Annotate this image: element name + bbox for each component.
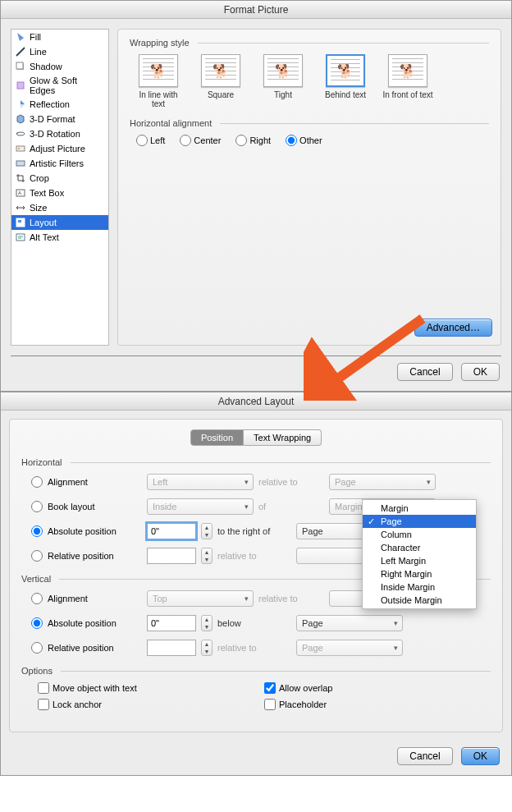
sidebar-item-size[interactable]: Size (11, 200, 108, 215)
options-section-label: Options (21, 666, 57, 676)
dropdown-item-column[interactable]: Column (363, 528, 476, 541)
v-absolute-rel-select[interactable]: Page (296, 615, 403, 631)
sidebar-label: Glow & Soft Edges (30, 76, 105, 95)
opt-placeholder[interactable] (264, 699, 276, 710)
wrap-square[interactable]: 🐕Square (195, 54, 246, 108)
h-absolute-stepper[interactable]: ▲▼ (201, 523, 213, 539)
svg-rect-5 (16, 146, 25, 151)
v-relative-radio[interactable] (31, 642, 43, 654)
v-absolute-input[interactable]: 0" (147, 615, 196, 631)
textbox-icon: A (15, 187, 26, 199)
dropdown-item-right-margin[interactable]: Right Margin (363, 567, 476, 580)
tab-text-wrapping[interactable]: Text Wrapping (244, 429, 322, 446)
sidebar-label: 3-D Rotation (30, 129, 80, 139)
h-alignment-select[interactable]: Left (147, 474, 254, 490)
h-relative-input[interactable] (147, 548, 196, 564)
align-center[interactable]: Center (180, 135, 221, 146)
cancel-button[interactable]: Cancel (397, 747, 452, 765)
relative-to-label: relative to (258, 477, 324, 487)
ok-button[interactable]: OK (461, 747, 500, 765)
dropdown-item-inside-margin[interactable]: Inside Margin (363, 580, 476, 594)
glow-icon (15, 80, 26, 91)
v-absolute-radio[interactable] (31, 617, 43, 629)
dropdown-item-outside-margin[interactable]: Outside Margin (363, 594, 476, 607)
v-relative-stepper[interactable]: ▲▼ (201, 640, 213, 656)
sidebar-label: Adjust Picture (30, 144, 85, 154)
v-relative-rel-select[interactable]: Page (296, 640, 403, 656)
sidebar-item-crop[interactable]: Crop (11, 171, 108, 186)
to-right-of-label: to the right of (217, 526, 291, 536)
align-other[interactable]: Other (286, 135, 322, 146)
sidebar-label: Shadow (30, 62, 62, 71)
shadow-icon (15, 61, 26, 72)
sidebar: Fill Line Shadow Glow & Soft Edges Refle… (11, 29, 109, 346)
v-alignment-label: Alignment (48, 594, 142, 603)
h-relative-stepper[interactable]: ▲▼ (201, 548, 213, 564)
wrap-label: Square (195, 90, 246, 99)
wrapping-label: Wrapping style (130, 38, 194, 48)
dropdown-item-page[interactable]: Page (363, 515, 476, 528)
sidebar-item-artistic[interactable]: Artistic Filters (11, 156, 108, 171)
h-relative-label: Relative position (48, 551, 142, 561)
h-absolute-label: Absolute position (48, 526, 142, 536)
sidebar-item-3dformat[interactable]: 3-D Format (11, 112, 108, 126)
sidebar-item-reflection[interactable]: Reflection (11, 97, 108, 112)
alttext-icon (15, 232, 26, 243)
relative-to-label: relative to (217, 551, 291, 561)
advanced-button[interactable]: Advanced… (414, 319, 492, 337)
sidebar-label: Alt Text (30, 232, 59, 242)
h-alignment-radio[interactable] (31, 476, 43, 488)
opt-allow-overlap[interactable] (264, 682, 276, 694)
layout-icon (15, 217, 26, 228)
sidebar-item-textbox[interactable]: AText Box (11, 186, 108, 200)
cube-icon (15, 113, 26, 125)
h-book-radio[interactable] (31, 501, 43, 512)
opt-lock-anchor[interactable] (38, 699, 49, 710)
sidebar-item-fill[interactable]: Fill (11, 30, 108, 44)
opt-move-with-text[interactable] (38, 682, 49, 694)
dropdown-item-left-margin[interactable]: Left Margin (363, 554, 476, 567)
svg-rect-11 (18, 220, 21, 222)
dropdown-item-margin[interactable]: Margin (363, 502, 476, 515)
sidebar-label: 3-D Format (30, 114, 75, 124)
sidebar-item-alttext[interactable]: Alt Text (11, 230, 108, 245)
h-relative-radio[interactable] (31, 550, 43, 562)
ok-button[interactable]: OK (461, 363, 500, 381)
svg-rect-2 (16, 62, 23, 69)
dropdown-item-character[interactable]: Character (363, 541, 476, 554)
cancel-button[interactable]: Cancel (397, 363, 452, 381)
relative-to-label: relative to (258, 594, 324, 603)
sidebar-item-3drotation[interactable]: 3-D Rotation (11, 126, 108, 141)
sidebar-label: Layout (30, 218, 57, 227)
v-absolute-stepper[interactable]: ▲▼ (201, 615, 213, 631)
h-absolute-input[interactable]: 0" (147, 523, 196, 539)
align-right[interactable]: Right (235, 135, 271, 146)
format-picture-window: Format Picture Fill Line Shadow Glow & S… (0, 0, 512, 392)
relative-to-label: relative to (217, 643, 291, 653)
wrap-behind[interactable]: 🐕Behind text (320, 54, 371, 108)
v-absolute-label: Absolute position (48, 618, 142, 628)
sidebar-item-layout[interactable]: Layout (11, 215, 108, 230)
wrap-label: In line with text (133, 90, 184, 108)
sidebar-label: Fill (30, 32, 41, 42)
wrap-tight[interactable]: 🐕Tight (258, 54, 309, 108)
tab-position[interactable]: Position (190, 429, 244, 446)
sidebar-item-adjust[interactable]: Adjust Picture (11, 141, 108, 156)
sidebar-item-glow[interactable]: Glow & Soft Edges (11, 74, 108, 97)
sidebar-item-shadow[interactable]: Shadow (11, 59, 108, 74)
sidebar-item-line[interactable]: Line (11, 44, 108, 59)
align-left[interactable]: Left (136, 135, 165, 146)
size-icon (15, 202, 26, 213)
line-icon (15, 46, 26, 57)
h-alignment-rel-select[interactable]: Page (329, 474, 436, 490)
h-absolute-radio[interactable] (31, 525, 43, 537)
h-alignment-label: Alignment (48, 477, 142, 487)
wrap-front[interactable]: 🐕In front of text (382, 54, 433, 108)
v-alignment-select[interactable]: Top (147, 590, 254, 607)
v-relative-input[interactable] (147, 640, 196, 656)
h-book-select[interactable]: Inside (147, 498, 254, 515)
filters-icon (15, 158, 26, 169)
relative-to-dropdown[interactable]: Margin Page Column Character Left Margin… (362, 499, 477, 609)
wrap-inline[interactable]: 🐕In line with text (133, 54, 184, 108)
v-alignment-radio[interactable] (31, 593, 43, 604)
